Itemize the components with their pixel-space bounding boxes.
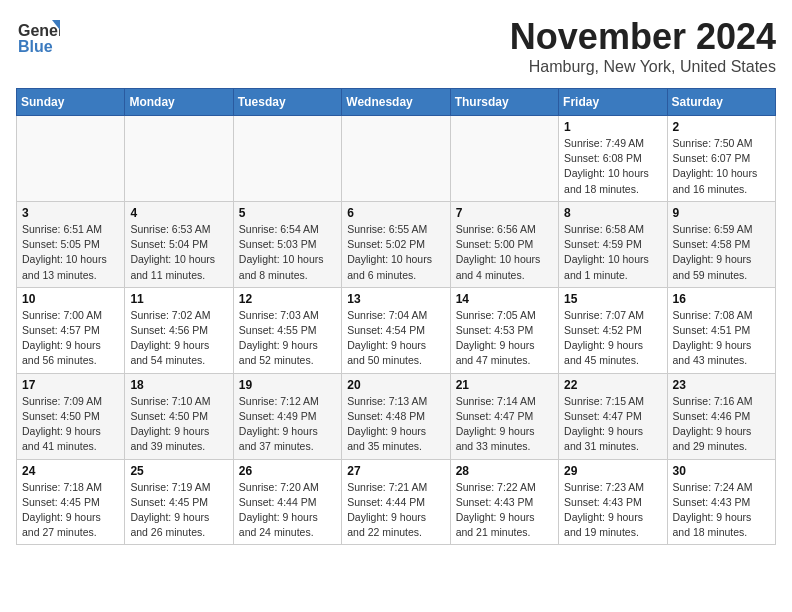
week-row-5: 24Sunrise: 7:18 AM Sunset: 4:45 PM Dayli… xyxy=(17,459,776,545)
day-number: 6 xyxy=(347,206,444,220)
day-number: 15 xyxy=(564,292,661,306)
calendar-cell: 24Sunrise: 7:18 AM Sunset: 4:45 PM Dayli… xyxy=(17,459,125,545)
calendar-body: 1Sunrise: 7:49 AM Sunset: 6:08 PM Daylig… xyxy=(17,116,776,545)
day-number: 20 xyxy=(347,378,444,392)
calendar-cell: 6Sunrise: 6:55 AM Sunset: 5:02 PM Daylig… xyxy=(342,201,450,287)
week-row-3: 10Sunrise: 7:00 AM Sunset: 4:57 PM Dayli… xyxy=(17,287,776,373)
day-info: Sunrise: 6:56 AM Sunset: 5:00 PM Dayligh… xyxy=(456,222,553,283)
svg-text:Blue: Blue xyxy=(18,38,53,55)
calendar-cell: 7Sunrise: 6:56 AM Sunset: 5:00 PM Daylig… xyxy=(450,201,558,287)
day-number: 27 xyxy=(347,464,444,478)
calendar-cell: 14Sunrise: 7:05 AM Sunset: 4:53 PM Dayli… xyxy=(450,287,558,373)
day-info: Sunrise: 7:03 AM Sunset: 4:55 PM Dayligh… xyxy=(239,308,336,369)
weekday-header-row: SundayMondayTuesdayWednesdayThursdayFrid… xyxy=(17,89,776,116)
calendar-cell: 10Sunrise: 7:00 AM Sunset: 4:57 PM Dayli… xyxy=(17,287,125,373)
title-section: November 2024 Hamburg, New York, United … xyxy=(510,16,776,76)
calendar-cell xyxy=(17,116,125,202)
calendar-cell: 26Sunrise: 7:20 AM Sunset: 4:44 PM Dayli… xyxy=(233,459,341,545)
calendar-cell: 22Sunrise: 7:15 AM Sunset: 4:47 PM Dayli… xyxy=(559,373,667,459)
logo-icon: General Blue xyxy=(16,16,60,60)
calendar-cell: 19Sunrise: 7:12 AM Sunset: 4:49 PM Dayli… xyxy=(233,373,341,459)
calendar-cell xyxy=(125,116,233,202)
day-number: 19 xyxy=(239,378,336,392)
calendar-cell: 18Sunrise: 7:10 AM Sunset: 4:50 PM Dayli… xyxy=(125,373,233,459)
month-title: November 2024 xyxy=(510,16,776,58)
calendar-cell: 25Sunrise: 7:19 AM Sunset: 4:45 PM Dayli… xyxy=(125,459,233,545)
day-info: Sunrise: 7:13 AM Sunset: 4:48 PM Dayligh… xyxy=(347,394,444,455)
day-number: 25 xyxy=(130,464,227,478)
day-info: Sunrise: 7:07 AM Sunset: 4:52 PM Dayligh… xyxy=(564,308,661,369)
week-row-2: 3Sunrise: 6:51 AM Sunset: 5:05 PM Daylig… xyxy=(17,201,776,287)
calendar-cell: 28Sunrise: 7:22 AM Sunset: 4:43 PM Dayli… xyxy=(450,459,558,545)
day-info: Sunrise: 7:00 AM Sunset: 4:57 PM Dayligh… xyxy=(22,308,119,369)
day-info: Sunrise: 7:50 AM Sunset: 6:07 PM Dayligh… xyxy=(673,136,770,197)
day-number: 30 xyxy=(673,464,770,478)
day-number: 3 xyxy=(22,206,119,220)
calendar-cell: 27Sunrise: 7:21 AM Sunset: 4:44 PM Dayli… xyxy=(342,459,450,545)
day-number: 16 xyxy=(673,292,770,306)
calendar-cell: 16Sunrise: 7:08 AM Sunset: 4:51 PM Dayli… xyxy=(667,287,775,373)
weekday-header-thursday: Thursday xyxy=(450,89,558,116)
day-info: Sunrise: 7:24 AM Sunset: 4:43 PM Dayligh… xyxy=(673,480,770,541)
day-info: Sunrise: 7:12 AM Sunset: 4:49 PM Dayligh… xyxy=(239,394,336,455)
weekday-header-tuesday: Tuesday xyxy=(233,89,341,116)
day-info: Sunrise: 7:08 AM Sunset: 4:51 PM Dayligh… xyxy=(673,308,770,369)
calendar-cell: 20Sunrise: 7:13 AM Sunset: 4:48 PM Dayli… xyxy=(342,373,450,459)
day-number: 4 xyxy=(130,206,227,220)
calendar-cell: 30Sunrise: 7:24 AM Sunset: 4:43 PM Dayli… xyxy=(667,459,775,545)
calendar-cell: 8Sunrise: 6:58 AM Sunset: 4:59 PM Daylig… xyxy=(559,201,667,287)
day-info: Sunrise: 7:19 AM Sunset: 4:45 PM Dayligh… xyxy=(130,480,227,541)
day-number: 29 xyxy=(564,464,661,478)
day-number: 18 xyxy=(130,378,227,392)
day-number: 2 xyxy=(673,120,770,134)
day-info: Sunrise: 7:05 AM Sunset: 4:53 PM Dayligh… xyxy=(456,308,553,369)
calendar-header: SundayMondayTuesdayWednesdayThursdayFrid… xyxy=(17,89,776,116)
location-title: Hamburg, New York, United States xyxy=(510,58,776,76)
day-info: Sunrise: 7:18 AM Sunset: 4:45 PM Dayligh… xyxy=(22,480,119,541)
week-row-1: 1Sunrise: 7:49 AM Sunset: 6:08 PM Daylig… xyxy=(17,116,776,202)
calendar-cell: 29Sunrise: 7:23 AM Sunset: 4:43 PM Dayli… xyxy=(559,459,667,545)
svg-text:General: General xyxy=(18,22,60,39)
calendar-cell: 9Sunrise: 6:59 AM Sunset: 4:58 PM Daylig… xyxy=(667,201,775,287)
day-info: Sunrise: 6:54 AM Sunset: 5:03 PM Dayligh… xyxy=(239,222,336,283)
day-info: Sunrise: 7:16 AM Sunset: 4:46 PM Dayligh… xyxy=(673,394,770,455)
day-number: 28 xyxy=(456,464,553,478)
day-number: 1 xyxy=(564,120,661,134)
weekday-header-saturday: Saturday xyxy=(667,89,775,116)
day-info: Sunrise: 7:10 AM Sunset: 4:50 PM Dayligh… xyxy=(130,394,227,455)
day-info: Sunrise: 7:21 AM Sunset: 4:44 PM Dayligh… xyxy=(347,480,444,541)
calendar-cell: 17Sunrise: 7:09 AM Sunset: 4:50 PM Dayli… xyxy=(17,373,125,459)
day-info: Sunrise: 6:59 AM Sunset: 4:58 PM Dayligh… xyxy=(673,222,770,283)
calendar-cell xyxy=(450,116,558,202)
day-number: 14 xyxy=(456,292,553,306)
week-row-4: 17Sunrise: 7:09 AM Sunset: 4:50 PM Dayli… xyxy=(17,373,776,459)
calendar-cell: 2Sunrise: 7:50 AM Sunset: 6:07 PM Daylig… xyxy=(667,116,775,202)
day-info: Sunrise: 6:51 AM Sunset: 5:05 PM Dayligh… xyxy=(22,222,119,283)
day-info: Sunrise: 7:14 AM Sunset: 4:47 PM Dayligh… xyxy=(456,394,553,455)
day-number: 12 xyxy=(239,292,336,306)
day-number: 22 xyxy=(564,378,661,392)
calendar-cell: 21Sunrise: 7:14 AM Sunset: 4:47 PM Dayli… xyxy=(450,373,558,459)
day-info: Sunrise: 6:55 AM Sunset: 5:02 PM Dayligh… xyxy=(347,222,444,283)
calendar-cell: 13Sunrise: 7:04 AM Sunset: 4:54 PM Dayli… xyxy=(342,287,450,373)
calendar-cell: 5Sunrise: 6:54 AM Sunset: 5:03 PM Daylig… xyxy=(233,201,341,287)
calendar-cell: 1Sunrise: 7:49 AM Sunset: 6:08 PM Daylig… xyxy=(559,116,667,202)
day-number: 7 xyxy=(456,206,553,220)
header: General Blue November 2024 Hamburg, New … xyxy=(16,16,776,76)
day-number: 5 xyxy=(239,206,336,220)
day-number: 26 xyxy=(239,464,336,478)
day-number: 11 xyxy=(130,292,227,306)
day-info: Sunrise: 7:02 AM Sunset: 4:56 PM Dayligh… xyxy=(130,308,227,369)
day-number: 10 xyxy=(22,292,119,306)
day-info: Sunrise: 7:49 AM Sunset: 6:08 PM Dayligh… xyxy=(564,136,661,197)
calendar-cell: 12Sunrise: 7:03 AM Sunset: 4:55 PM Dayli… xyxy=(233,287,341,373)
day-info: Sunrise: 6:53 AM Sunset: 5:04 PM Dayligh… xyxy=(130,222,227,283)
weekday-header-sunday: Sunday xyxy=(17,89,125,116)
calendar-table: SundayMondayTuesdayWednesdayThursdayFrid… xyxy=(16,88,776,545)
day-number: 9 xyxy=(673,206,770,220)
day-info: Sunrise: 7:04 AM Sunset: 4:54 PM Dayligh… xyxy=(347,308,444,369)
calendar-cell: 3Sunrise: 6:51 AM Sunset: 5:05 PM Daylig… xyxy=(17,201,125,287)
day-info: Sunrise: 7:23 AM Sunset: 4:43 PM Dayligh… xyxy=(564,480,661,541)
weekday-header-monday: Monday xyxy=(125,89,233,116)
day-number: 8 xyxy=(564,206,661,220)
